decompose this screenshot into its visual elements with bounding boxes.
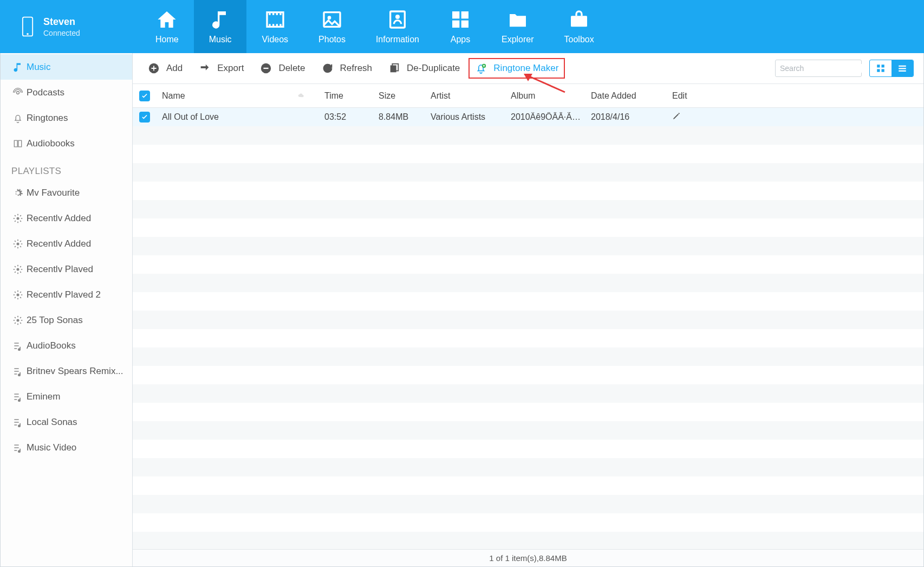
nav-tab-apps[interactable]: Apps	[434, 0, 486, 53]
nav-label: Home	[155, 35, 179, 44]
ringtone-maker-button[interactable]: Ringtone Maker	[468, 58, 565, 79]
svg-rect-33	[899, 68, 906, 69]
col-artist[interactable]: Artist	[431, 91, 511, 101]
col-size[interactable]: Size	[379, 91, 431, 101]
sidebar-item-label: Recentlv Plaved 2	[27, 289, 101, 300]
add-button[interactable]: Add	[140, 58, 190, 79]
nav-tab-toolbox[interactable]: Toolbox	[549, 0, 609, 53]
nav-tab-photos[interactable]: Photos	[303, 0, 361, 53]
sidebar-playlists-heading: PLAYLISTS	[1, 156, 132, 180]
delete-button[interactable]: Delete	[252, 58, 313, 79]
playlist-icon	[12, 417, 23, 428]
sidebar-item-label: Mv Favourite	[27, 188, 80, 198]
sidebar-playlist-item[interactable]: Recentlv Added	[1, 231, 132, 256]
nav-tab-music[interactable]: Music	[194, 0, 247, 53]
cell-name: All Out of Love	[162, 112, 324, 122]
svg-rect-10	[571, 16, 587, 27]
nav-tab-home[interactable]: Home	[140, 0, 194, 53]
col-date[interactable]: Date Added	[591, 91, 672, 101]
sidebar-playlist-item[interactable]: 25 Top Sonas	[1, 307, 132, 333]
col-album[interactable]: Album	[511, 91, 591, 101]
status-text: 1 of 1 item(s),8.84MB	[489, 553, 567, 563]
col-label: Name	[162, 91, 185, 101]
sidebar-item-label: Recentlv Added	[27, 213, 91, 224]
sidebar-item-podcasts[interactable]: Podcasts	[1, 80, 132, 105]
tool-label: De-Duplicate	[407, 63, 460, 74]
playlist-icon	[12, 391, 23, 402]
minus-circle-icon	[260, 62, 272, 74]
svg-point-16	[17, 319, 19, 321]
check-icon	[141, 92, 148, 100]
sidebar-playlist-item[interactable]: Recentlv Plaved 2	[1, 282, 132, 307]
search-field[interactable]	[775, 60, 862, 77]
cell-edit[interactable]	[672, 112, 715, 123]
nav-label: Apps	[451, 35, 470, 44]
row-checkbox[interactable]	[139, 112, 150, 123]
col-time[interactable]: Time	[324, 91, 379, 101]
table-row[interactable]: All Out of Love 03:52 8.84MB Various Art…	[133, 108, 923, 126]
svg-rect-32	[899, 66, 906, 67]
sidebar-item-label: Eminem	[27, 391, 60, 402]
col-name[interactable]: Name	[162, 91, 324, 101]
sidebar-item-label: Local Sonas	[27, 417, 77, 428]
refresh-button[interactable]: Refresh	[314, 58, 380, 79]
svg-point-15	[17, 293, 19, 296]
sidebar-item-label: AudioBooks	[27, 340, 76, 351]
nav-tab-videos[interactable]: Videos	[246, 0, 303, 53]
nav-label: Music	[209, 35, 232, 44]
svg-point-20	[18, 425, 20, 427]
list-icon	[897, 63, 907, 73]
music-note-icon	[12, 62, 23, 73]
home-icon	[156, 9, 178, 30]
svg-point-18	[18, 374, 20, 376]
music-icon	[210, 9, 231, 30]
device-status: Connected	[43, 29, 80, 37]
svg-rect-7	[461, 11, 468, 18]
svg-point-1	[27, 33, 29, 35]
deduplicate-button[interactable]: De-Duplicate	[381, 58, 467, 79]
sidebar-playlist-item[interactable]: Eminem	[1, 384, 132, 409]
sidebar-playlist-item[interactable]: Recentlv Added	[1, 205, 132, 231]
refresh-icon	[322, 62, 334, 74]
toolbox-icon	[568, 9, 590, 30]
col-edit[interactable]: Edit	[672, 91, 715, 101]
sidebar-item-ringtones[interactable]: Ringtones	[1, 105, 132, 131]
sidebar-item-audiobooks[interactable]: Audiobooks	[1, 131, 132, 156]
status-bar: 1 of 1 item(s),8.84MB	[133, 549, 923, 566]
sidebar-item-label: Audiobooks	[27, 138, 75, 149]
music-table: Name Time Size Artist Album Date Added E…	[133, 84, 923, 549]
col-label: Album	[511, 91, 535, 100]
tool-label: Delete	[278, 63, 305, 74]
sidebar-playlist-item[interactable]: Britnev Spears Remix...	[1, 358, 132, 384]
explorer-icon	[507, 9, 529, 30]
sidebar-item-label: Podcasts	[27, 87, 64, 98]
col-label: Size	[379, 91, 395, 100]
gear-icon	[12, 264, 23, 275]
svg-point-21	[18, 450, 20, 452]
sidebar-playlist-item[interactable]: AudioBooks	[1, 333, 132, 358]
sidebar-item-music[interactable]: Music	[1, 54, 132, 80]
toolbar: Add Export Delete Refresh De-Duplicate R…	[133, 53, 923, 84]
sidebar-playlist-item[interactable]: Music Video	[1, 435, 132, 460]
book-icon	[12, 138, 23, 149]
svg-rect-6	[452, 11, 459, 18]
sidebar-playlist-item[interactable]: Mv Favourite	[1, 180, 132, 205]
svg-point-13	[17, 242, 19, 245]
tool-label: Refresh	[340, 63, 373, 74]
search-input[interactable]	[780, 64, 875, 73]
svg-point-12	[17, 217, 19, 220]
sidebar-item-label: 25 Top Sonas	[27, 315, 83, 326]
device-panel[interactable]: Steven Connected	[0, 0, 140, 53]
sidebar-playlist-item[interactable]: Recentlv Plaved	[1, 256, 132, 282]
list-view-button[interactable]	[892, 60, 913, 76]
grid-view-button[interactable]	[870, 60, 892, 76]
nav-label: Videos	[262, 35, 288, 44]
export-button[interactable]: Export	[191, 58, 251, 79]
select-all-checkbox[interactable]	[139, 91, 150, 101]
sidebar-playlist-item[interactable]: Local Sonas	[1, 409, 132, 435]
svg-point-3	[328, 16, 331, 20]
nav-tab-information[interactable]: Information	[361, 0, 434, 53]
sidebar-item-label: Ringtones	[27, 113, 68, 124]
nav-tab-explorer[interactable]: Explorer	[486, 0, 549, 53]
device-name: Steven	[43, 16, 80, 28]
